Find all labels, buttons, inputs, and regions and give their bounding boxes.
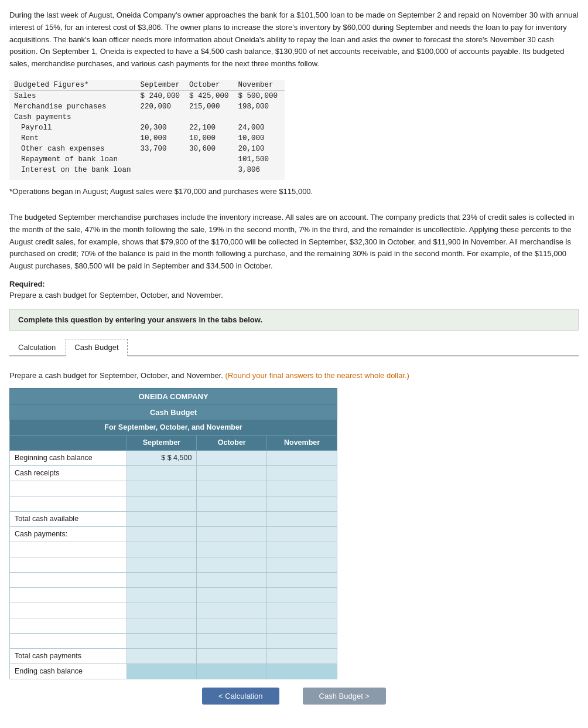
total-cash-available-sep[interactable] [127,511,197,526]
total-cash-available-row: Total cash available [10,511,337,526]
payment-row-3-sep[interactable] [127,572,197,587]
tab-cash-budget[interactable]: Cash Budget [66,339,127,356]
payment-row-2-oct[interactable] [197,557,267,572]
payment-row-5-nov[interactable] [267,603,337,618]
payment-row-4-label[interactable] [10,587,127,603]
beginning-cash-sep[interactable]: $ $ 4,500 [127,450,197,465]
payment-row-5-oct[interactable] [197,603,267,618]
beginning-cash-oct[interactable] [197,450,267,465]
payment-row-1-sep[interactable] [127,542,197,557]
complete-box: Complete this question by entering your … [9,309,579,331]
table-row: 24,000 [236,123,285,133]
input-row-3-sep[interactable] [127,496,197,511]
total-cash-payments-row: Total cash payments [10,648,337,664]
payment-row-2-label[interactable] [10,557,127,572]
cash-receipts-nov[interactable] [267,465,337,481]
table-row [187,112,236,123]
total-cash-payments-label: Total cash payments [10,648,127,664]
payment-row-2-sep[interactable] [127,557,197,572]
payment-row-6-nov[interactable] [267,618,337,633]
footnote: *Operations began in August; August sale… [9,187,579,196]
input-row-label-3[interactable] [10,496,127,511]
total-cash-payments-sep[interactable] [127,648,197,664]
table-row: 22,100 [187,123,236,133]
cash-payments-sep[interactable] [127,526,197,542]
cash-receipts-oct[interactable] [197,465,267,481]
payment-row-6-oct[interactable] [197,618,267,633]
period-header-row: For September, October, and November [10,420,337,435]
table-row: 215,000 [187,101,236,112]
cash-payments-nov[interactable] [267,526,337,542]
table-row: Payroll [9,123,138,133]
total-cash-payments-oct[interactable] [197,648,267,664]
beginning-cash-sep-value: $ 4,500 [167,454,192,462]
nav-buttons: < Calculation Cash Budget > [9,688,579,705]
input-row-3-oct[interactable] [197,496,267,511]
payment-row-1-nov[interactable] [267,542,337,557]
ending-cash-balance-row: Ending cash balance [10,664,337,679]
payment-row-4-nov[interactable] [267,587,337,603]
table-row [10,481,337,496]
table-row: Cash payments [9,112,138,123]
table-row: 220,000 [138,101,187,112]
ending-cash-balance-nov[interactable] [267,664,337,679]
payment-row-6-label[interactable] [10,618,127,633]
table-row [10,572,337,587]
cash-budget-button[interactable]: Cash Budget > [303,688,386,705]
table-row: $ 500,000 [236,90,285,101]
instruction-text: Prepare a cash budget for September, Oct… [9,371,579,380]
input-row-3-nov[interactable] [267,496,337,511]
input-row-2-nov[interactable] [267,481,337,496]
required-header: Required: [9,280,579,288]
table-row [10,618,337,633]
payment-row-7-oct[interactable] [197,633,267,648]
payment-row-7-nov[interactable] [267,633,337,648]
total-cash-available-nov[interactable] [267,511,337,526]
input-row-label-2[interactable] [10,481,127,496]
col-header-sep: September [138,80,187,91]
payment-row-3-nov[interactable] [267,572,337,587]
table-row: 20,100 [236,144,285,154]
company-header-row: ONEIDA COMPANY [10,388,337,404]
title-header-row: Cash Budget [10,404,337,420]
table-row [236,112,285,123]
payment-row-6-sep[interactable] [127,618,197,633]
calculation-button[interactable]: < Calculation [202,688,279,705]
cash-payments-header-row: Cash payments: [10,526,337,542]
table-row: 33,700 [138,144,187,154]
total-cash-available-oct[interactable] [197,511,267,526]
ending-cash-balance-oct[interactable] [197,664,267,679]
payment-row-5-sep[interactable] [127,603,197,618]
payment-row-2-nov[interactable] [267,557,337,572]
col-header-label: Budgeted Figures* [9,80,138,91]
total-cash-available-label: Total cash available [10,511,127,526]
input-row-2-sep[interactable] [127,481,197,496]
table-row [10,542,337,557]
payment-row-3-label[interactable] [10,572,127,587]
table-row [187,165,236,175]
table-row: 10,000 [236,133,285,144]
required-text: Prepare a cash budget for September, Oct… [9,291,579,300]
table-row: Other cash expenses [9,144,138,154]
payment-row-3-oct[interactable] [197,572,267,587]
table-row [138,154,187,165]
table-row [10,633,337,648]
col-headers-row: September October November [10,435,337,450]
ending-cash-balance-sep[interactable] [127,664,197,679]
payment-row-7-label[interactable] [10,633,127,648]
input-row-2-oct[interactable] [197,481,267,496]
instruction-orange: (Round your final answers to the nearest… [225,371,409,380]
payment-row-4-oct[interactable] [197,587,267,603]
total-cash-payments-nov[interactable] [267,648,337,664]
cash-payments-oct[interactable] [197,526,267,542]
payment-row-5-label[interactable] [10,603,127,618]
tab-calculation[interactable]: Calculation [9,339,64,356]
payment-row-1-oct[interactable] [197,542,267,557]
payment-row-1-label[interactable] [10,542,127,557]
cash-budget-table: ONEIDA COMPANY Cash Budget For September… [9,388,337,679]
payment-row-7-sep[interactable] [127,633,197,648]
beginning-cash-nov[interactable] [267,450,337,465]
cash-receipts-sep[interactable] [127,465,197,481]
col-header-october: October [197,435,267,450]
payment-row-4-sep[interactable] [127,587,197,603]
